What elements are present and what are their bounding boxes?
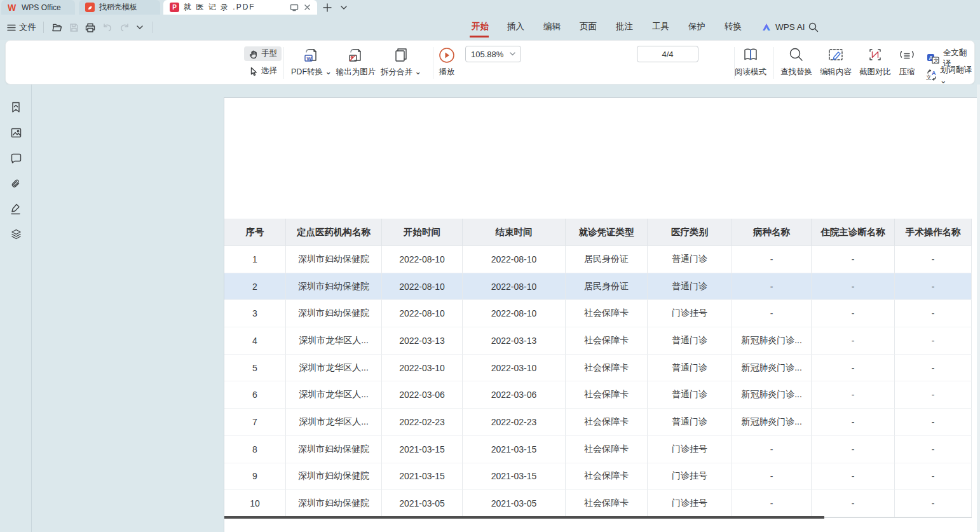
table-cell: 居民身份证	[566, 246, 648, 273]
tab-label: 就 医 记 录 .PDF	[184, 2, 255, 13]
file-menu-button[interactable]: 文件	[6, 20, 37, 35]
screen-share-icon[interactable]	[290, 4, 299, 11]
play-icon	[439, 47, 455, 64]
menu-tab-label: 保护	[688, 21, 705, 32]
screenshot-compare-label: 截图对比	[859, 67, 891, 78]
table-cell: 普通门诊	[648, 409, 732, 436]
find-replace-button[interactable]: 查找替换	[777, 45, 815, 81]
menu-tab-tools[interactable]: 工具	[651, 18, 670, 35]
table-cell: 2021-03-15	[463, 463, 566, 491]
select-tool-button[interactable]: 选择	[244, 64, 282, 78]
screenshot-compare-button[interactable]: 截图对比	[856, 45, 894, 81]
table-cell: 4	[224, 327, 286, 355]
table-cell: 门诊挂号	[648, 300, 732, 327]
table-cell: -	[732, 463, 812, 491]
table-header-row: 序号定点医药机构名称开始时间结束时间就诊凭证类型医疗类别病种名称住院主诊断名称手…	[224, 219, 972, 246]
thumbnails-panel-button[interactable]	[8, 125, 24, 140]
tab-label: WPS Office	[22, 3, 61, 12]
menu-tab-insert[interactable]: 插入	[506, 18, 526, 35]
open-file-button[interactable]	[49, 20, 64, 35]
zoom-level-select[interactable]: 105.88%	[465, 46, 521, 62]
pdf-convert-button[interactable]: W PDF转换 ⌄	[290, 45, 332, 81]
new-tab-button[interactable]	[320, 0, 335, 15]
hand-tool-button[interactable]: 手型	[244, 46, 282, 61]
page-number-input[interactable]: 4/4	[637, 46, 698, 62]
export-image-label: 输出为图片	[336, 67, 376, 78]
hamburger-icon	[7, 24, 16, 31]
tab-list-chevron-icon[interactable]	[336, 0, 351, 15]
active-tab-underline	[470, 36, 489, 38]
menu-search-button[interactable]	[806, 20, 821, 35]
split-merge-button[interactable]: 拆分合并 ⌄	[380, 45, 422, 81]
horizontal-scrollbar-thumb[interactable]	[224, 516, 824, 519]
table-header-cell: 病种名称	[732, 219, 812, 246]
table-cell: 门诊挂号	[648, 463, 732, 491]
tab-wps-office[interactable]: W WPS Office	[1, 0, 75, 15]
tab-docer-templates[interactable]: 找稻壳模板	[79, 0, 160, 15]
redo-button[interactable]	[117, 20, 132, 35]
table-cell: 1	[224, 246, 286, 273]
select-tool-label: 选择	[261, 65, 277, 76]
table-header-cell: 住院主诊断名称	[812, 219, 895, 246]
play-button[interactable]: 播放	[426, 45, 468, 81]
comment-icon	[11, 153, 22, 163]
export-image-button[interactable]: 输出为图片	[335, 45, 377, 81]
table-cell: 深圳市龙华区人...	[286, 327, 382, 355]
table-cell: 2022-08-10	[382, 273, 463, 301]
full-translate-icon: A 文	[927, 53, 939, 64]
table-row: 7深圳市龙华区人...2022-02-232022-02-23社会保障卡普通门诊…	[224, 409, 972, 436]
table-cell: -	[732, 436, 812, 463]
table-cell: 2021-03-05	[463, 490, 566, 517]
print-button[interactable]	[83, 20, 98, 35]
close-tab-icon[interactable]	[304, 4, 311, 11]
menu-tab-convert[interactable]: 转换	[723, 18, 743, 35]
tab-label: 找稻壳模板	[99, 2, 137, 13]
layers-icon	[11, 229, 22, 240]
ribbon-toolbar: 手型 选择 W PDF转换 ⌄ 输出为	[5, 40, 975, 85]
table-cell: -	[895, 381, 972, 409]
pen-icon	[10, 203, 22, 215]
table-row: 8深圳市妇幼保健院2021-03-152021-03-15社会保障卡门诊挂号--…	[224, 436, 972, 463]
signature-panel-button[interactable]	[8, 201, 24, 216]
vertical-scrollbar-track[interactable]	[977, 85, 980, 532]
table-cell: -	[812, 490, 895, 517]
book-icon	[742, 47, 759, 62]
word-translate-button[interactable]: A 文 划词翻译 ⌄	[925, 65, 974, 85]
wps-ai-button[interactable]: WPS AI	[760, 18, 806, 35]
tab-pdf-document[interactable]: P 就 医 记 录 .PDF	[163, 0, 317, 15]
divider	[153, 22, 153, 33]
edit-content-icon	[827, 47, 844, 62]
bookmarks-panel-button[interactable]	[8, 100, 24, 115]
read-mode-button[interactable]: 阅读模式	[731, 45, 770, 81]
compress-button[interactable]: 压缩	[892, 45, 922, 81]
table-row: 3深圳市妇幼保健院2022-08-102022-08-10社会保障卡门诊挂号--…	[224, 300, 972, 327]
page-indicator-value: 4/4	[662, 50, 673, 59]
comments-panel-button[interactable]	[8, 151, 24, 166]
menu-tab-edit[interactable]: 编辑	[542, 18, 562, 35]
edit-content-button[interactable]: 编辑内容	[817, 45, 855, 81]
table-cell: 2022-03-10	[382, 355, 463, 382]
table-cell: 社会保障卡	[566, 355, 648, 382]
table-cell: 社会保障卡	[566, 490, 648, 517]
table-cell: -	[812, 463, 895, 491]
table-cell: 7	[224, 409, 286, 436]
redo-icon	[119, 24, 130, 32]
menu-tab-comment[interactable]: 批注	[615, 18, 634, 35]
wps-pdf-window: W WPS Office 找稻壳模板 P 就 医 记 录 .PDF	[0, 0, 980, 532]
table-cell: 深圳市妇幼保健院	[286, 300, 382, 327]
quick-access-chevron-icon[interactable]	[133, 20, 146, 35]
save-button[interactable]	[66, 20, 81, 35]
records-table-body: 1深圳市妇幼保健院2022-08-102022-08-10居民身份证普通门诊--…	[224, 246, 972, 517]
attachments-panel-button[interactable]	[8, 176, 24, 191]
pdf-page[interactable]: 序号定点医药机构名称开始时间结束时间就诊凭证类型医疗类别病种名称住院主诊断名称手…	[224, 97, 980, 532]
undo-button[interactable]	[100, 20, 115, 35]
layers-panel-button[interactable]	[8, 226, 24, 242]
menu-tab-page[interactable]: 页面	[578, 18, 598, 35]
menu-tab-protect[interactable]: 保护	[687, 18, 707, 35]
menu-tab-home[interactable]: 开始	[470, 18, 490, 35]
table-cell: 10	[224, 490, 286, 517]
table-cell: 普通门诊	[648, 355, 732, 382]
table-cell: 新冠肺炎门诊...	[732, 381, 812, 409]
table-row: 10深圳市妇幼保健院2021-03-052021-03-05社会保障卡门诊挂号-…	[224, 490, 972, 517]
table-cell: -	[732, 246, 812, 273]
